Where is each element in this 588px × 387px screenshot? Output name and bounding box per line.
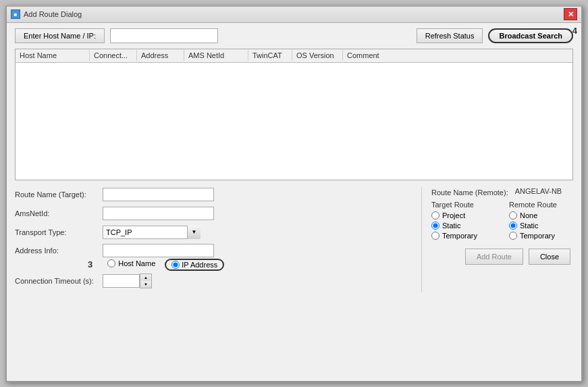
remote-temporary-text: Temporary — [520, 232, 555, 240]
ip-address-radio-circle: IP Address — [165, 259, 224, 271]
remote-none-radio[interactable] — [509, 211, 517, 220]
remote-route-name-row: Route Name (Remote): ANGELAV-NB — [431, 187, 573, 197]
enter-host-button[interactable]: Enter Host Name / IP: — [15, 28, 105, 43]
form-right: Route Name (Remote): ANGELAV-NB Target R… — [421, 187, 573, 292]
target-static-radio[interactable] — [431, 222, 439, 230]
broadcast-search-button[interactable]: Broadcast Search — [488, 28, 573, 43]
ams-netid-input[interactable] — [103, 207, 214, 220]
routes-section: Target Route Project Static Temporary — [431, 201, 573, 242]
col-connect: Connect... — [90, 50, 137, 61]
target-project-radio[interactable] — [431, 211, 439, 220]
remote-temporary-radio-label[interactable]: Temporary — [509, 232, 573, 240]
hosts-table: Host Name Connect... Address AMS NetId T… — [15, 49, 573, 180]
ams-netid-row: AmsNetId: — [15, 206, 405, 221]
badge-4: 4 — [572, 26, 577, 36]
address-info-label: Address Info: — [15, 247, 103, 255]
window-close-button[interactable]: ✕ — [564, 8, 577, 20]
remote-none-text: None — [520, 211, 537, 220]
close-dialog-button[interactable]: Close — [529, 249, 570, 265]
timeout-up-button[interactable]: ▲ — [140, 274, 151, 281]
remote-temporary-radio[interactable] — [509, 232, 517, 240]
hostname-radio[interactable] — [107, 259, 115, 267]
remote-static-radio-label[interactable]: Static — [509, 222, 573, 230]
bottom-buttons: Add Route Close — [431, 249, 573, 265]
route-name-input[interactable] — [103, 188, 214, 201]
target-static-text: Static — [442, 222, 461, 230]
target-route-col: Target Route Project Static Temporary — [431, 201, 496, 242]
dialog-icon: ■ — [11, 9, 20, 19]
form-left: Route Name (Target): AmsNetId: Transport… — [15, 187, 405, 292]
timeout-input[interactable]: 5 — [103, 274, 140, 288]
address-info-input[interactable] — [103, 244, 214, 257]
target-project-text: Project — [442, 211, 465, 220]
target-project-radio-label[interactable]: Project — [431, 211, 496, 220]
table-header: Host Name Connect... Address AMS NetId T… — [16, 49, 572, 63]
target-temporary-text: Temporary — [442, 232, 477, 240]
col-twincat: TwinCAT — [248, 50, 292, 61]
hostname-radio-text: Host Name — [118, 259, 155, 267]
refresh-status-button[interactable]: Refresh Status — [417, 28, 483, 43]
transport-type-select[interactable]: TCP_IP UDP Serial — [103, 226, 201, 239]
ams-netid-label: AmsNetId: — [15, 209, 103, 217]
remote-route-name-value: ANGELAV-NB — [515, 187, 562, 195]
add-route-dialog: ■ Add Route Dialog ✕ 4 Enter Host Name /… — [5, 5, 583, 382]
hostname-radio-label[interactable]: Host Name — [107, 259, 155, 267]
add-route-button[interactable]: Add Route — [465, 249, 523, 265]
route-name-label: Route Name (Target): — [15, 190, 103, 199]
timeout-spinner: ▲ ▼ — [140, 274, 152, 288]
timeout-label: Connection Timeout (s): — [15, 277, 103, 285]
col-host-name: Host Name — [16, 50, 90, 61]
ip-address-radio[interactable] — [171, 261, 180, 269]
remote-route-name-label: Route Name (Remote): — [431, 187, 508, 197]
transport-type-label: Transport Type: — [15, 228, 103, 236]
address-info-section: Address Info: 3 Host Name — [15, 244, 405, 271]
timeout-down-button[interactable]: ▼ — [140, 281, 151, 288]
dialog-title: Add Route Dialog — [24, 10, 82, 18]
address-radio-row: 3 Host Name IP Address — [103, 259, 405, 271]
col-address: Address — [137, 50, 184, 61]
remote-route-col: Remote Route None Static Temporary — [509, 201, 573, 242]
target-static-radio-label[interactable]: Static — [431, 222, 496, 230]
top-toolbar: Enter Host Name / IP: Refresh Status Bro… — [15, 28, 573, 43]
remote-route-label: Remote Route — [509, 201, 573, 209]
route-name-row: Route Name (Target): — [15, 187, 405, 202]
title-bar: ■ Add Route Dialog ✕ — [7, 7, 581, 23]
remote-none-radio-label[interactable]: None — [509, 211, 573, 220]
host-name-input[interactable] — [110, 28, 218, 43]
form-area: Route Name (Target): AmsNetId: Transport… — [15, 187, 573, 292]
target-temporary-radio[interactable] — [431, 232, 439, 240]
col-comment: Comment — [343, 50, 572, 61]
ip-address-radio-text: IP Address — [182, 261, 217, 269]
col-ams-netid: AMS NetId — [184, 50, 248, 61]
transport-type-row: Transport Type: TCP_IP UDP Serial ▼ — [15, 225, 405, 240]
target-route-label: Target Route — [431, 201, 496, 209]
connection-timeout-row: Connection Timeout (s): 5 ▲ ▼ — [15, 274, 405, 288]
target-temporary-radio-label[interactable]: Temporary — [431, 232, 496, 240]
col-os-version: OS Version — [292, 50, 343, 61]
badge-3: 3 — [88, 259, 92, 269]
address-info-row: Address Info: — [15, 244, 405, 257]
remote-static-text: Static — [520, 222, 539, 230]
remote-static-radio[interactable] — [509, 222, 517, 230]
